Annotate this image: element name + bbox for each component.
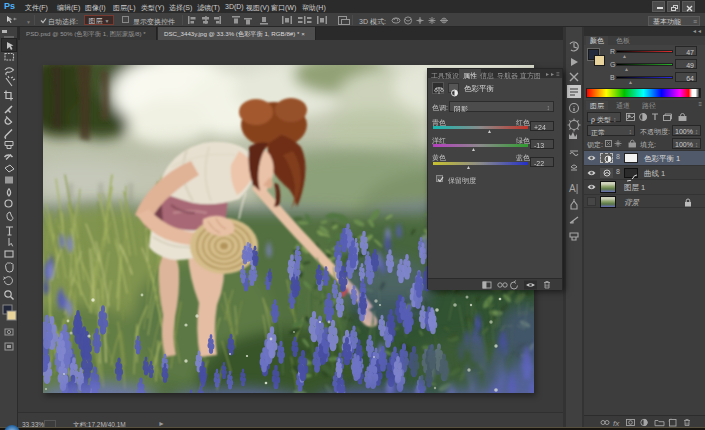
svg-text:A|: A|	[569, 183, 578, 194]
svg-text:fx: fx	[613, 419, 620, 428]
